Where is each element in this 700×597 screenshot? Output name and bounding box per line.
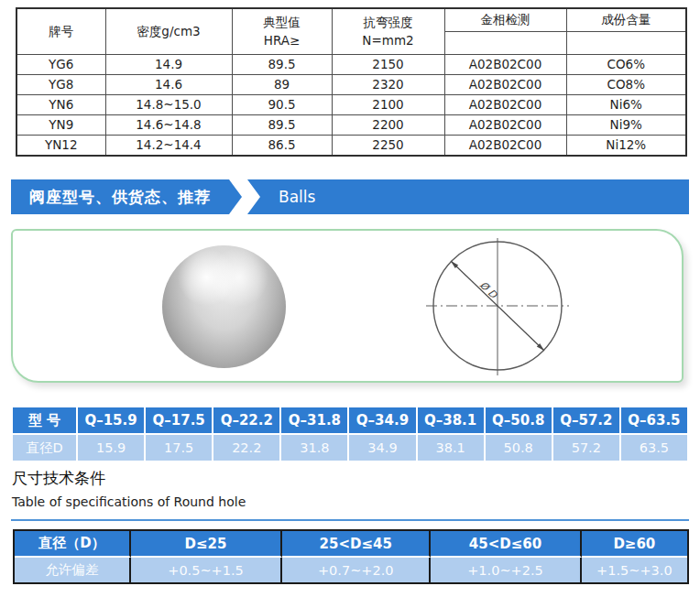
range-cell: 25<D≤45 (282, 531, 431, 558)
diameter-cell: 22.2 (213, 434, 280, 461)
grade-cell: YN6 (16, 95, 105, 115)
header-typical-value: 典型值 HRA≥ (232, 8, 332, 55)
tolerance-value-row: 允许偏差 +0.5~+1.5 +0.7~+2.0 +1.0~+2.5 +1.5~… (15, 558, 687, 582)
density-cell: 14.8~15.0 (105, 95, 232, 115)
hardness-cell: 89 (232, 75, 332, 95)
diameter-cell: 57.2 (552, 434, 620, 461)
diameter-cell: 15.9 (77, 434, 145, 461)
diameter-cell: 34.9 (348, 434, 416, 461)
carbide-grade-spec-table: 牌号 密度g/cm3 典型值 HRA≥ 抗弯强度 N=mm2 金相检测 成份含量… (16, 7, 687, 157)
strength-cell: 2250 (332, 136, 444, 157)
range-cell: D≤25 (131, 531, 282, 558)
tolerance-cell: +1.0~+2.5 (431, 558, 581, 582)
grade-cell: YG6 (16, 55, 105, 75)
table-row: YG6 14.9 89.5 2150 A02B02C00 CO6% (16, 55, 686, 75)
tolerance-cell: +0.5~+1.5 (131, 558, 282, 582)
spec-header-row: 牌号 密度g/cm3 典型值 HRA≥ 抗弯强度 N=mm2 金相检测 成份含量 (16, 8, 686, 32)
hardness-cell: 89.5 (232, 55, 332, 75)
table-row: YN6 14.8~15.0 90.5 2100 A02B02C00 Ni6% (16, 95, 686, 115)
diameter-row-label: 直径D (12, 434, 77, 461)
header-typical-line2: HRA≥ (233, 32, 332, 50)
tolerance-cell: +0.7~+2.0 (282, 558, 431, 582)
header-metallographic: 金相检测 (444, 8, 566, 32)
grade-cell: YG8 (16, 75, 105, 95)
diameter-tolerance-table: 直径（D） D≤25 25<D≤45 45<D≤60 D≥60 允许偏差 +0.… (13, 529, 689, 584)
model-cell: Q–31.8 (280, 407, 348, 434)
model-header-row: 型 号 Q–15.9 Q–17.5 Q–22.2 Q–31.8 Q–34.9 Q… (12, 407, 688, 434)
density-cell: 14.6 (105, 75, 232, 95)
diameter-cell: 38.1 (417, 434, 485, 461)
model-cell: Q–15.9 (77, 407, 145, 434)
model-cell: Q–57.2 (552, 407, 620, 434)
model-cell: Q–22.2 (213, 407, 280, 434)
tolerance-header-label: 直径（D） (15, 531, 131, 558)
diameter-cell: 63.5 (620, 434, 688, 461)
range-cell: 45<D≤60 (431, 531, 581, 558)
banner-label: Balls (279, 188, 315, 206)
header-density: 密度g/cm3 (105, 8, 232, 55)
banner-title-segment: 阀座型号、供货态、推荐 (11, 179, 242, 214)
composition-cell: Ni6% (566, 95, 686, 115)
model-cell: Q–63.5 (620, 407, 688, 434)
model-cell: Q–38.1 (417, 407, 485, 434)
tolerance-row-label: 允许偏差 (15, 558, 131, 582)
empty-cell (444, 32, 566, 55)
hardness-cell: 90.5 (232, 95, 332, 115)
diameter-cell: 31.8 (280, 434, 348, 461)
range-cell: D≥60 (582, 531, 687, 558)
table-row: YN9 14.6~14.8 89.5 2200 A02B02C00 Ni9% (16, 115, 686, 136)
header-composition: 成份含量 (566, 8, 686, 32)
banner-label-segment: Balls (247, 179, 689, 214)
size-spec-title-cn: 尺寸技术条件 (12, 468, 105, 489)
composition-cell: Ni9% (566, 115, 686, 136)
header-strength-line1: 抗弯强度 (333, 14, 444, 32)
strength-cell: 2150 (332, 55, 444, 75)
density-cell: 14.2~14.4 (105, 136, 232, 157)
density-cell: 14.6~14.8 (105, 115, 232, 136)
strength-cell: 2100 (332, 95, 444, 115)
carbide-ball-image (162, 245, 286, 368)
tolerance-cell: +1.5~+3.0 (582, 558, 687, 582)
header-bending-strength: 抗弯强度 N=mm2 (332, 8, 444, 55)
metallographic-cell: A02B02C00 (444, 115, 566, 136)
banner-title: 阀座型号、供货态、推荐 (29, 187, 211, 208)
tolerance-header-row: 直径（D） D≤25 25<D≤45 45<D≤60 D≥60 (15, 531, 687, 558)
composition-cell: CO6% (566, 55, 686, 75)
ball-model-table: 型 号 Q–15.9 Q–17.5 Q–22.2 Q–31.8 Q–34.9 Q… (11, 406, 689, 462)
empty-cell (566, 32, 686, 55)
strength-cell: 2200 (332, 115, 444, 136)
model-cell: Q–34.9 (348, 407, 416, 434)
hardness-cell: 86.5 (232, 136, 332, 157)
product-image-panel: Ø D (11, 229, 684, 383)
metallographic-cell: A02B02C00 (444, 136, 566, 157)
metallographic-cell: A02B02C00 (444, 75, 566, 95)
section-banner: 阀座型号、供货态、推荐 Balls (11, 179, 689, 214)
divider-rule (11, 519, 689, 521)
composition-cell: CO8% (566, 75, 686, 95)
table-row: YG8 14.6 89 2320 A02B02C00 CO8% (16, 75, 686, 95)
model-cell: Q–50.8 (485, 407, 552, 434)
ball-diameter-drawing: Ø D (419, 236, 584, 379)
hardness-cell: 89.5 (232, 115, 332, 136)
metallographic-cell: A02B02C00 (444, 95, 566, 115)
diameter-row: 直径D 15.9 17.5 22.2 31.8 34.9 38.1 50.8 5… (12, 434, 688, 461)
model-header-label: 型 号 (12, 407, 77, 434)
strength-cell: 2320 (332, 75, 444, 95)
diameter-label: Ø D (477, 279, 500, 302)
composition-cell: Ni12% (566, 136, 686, 157)
table-row: YN12 14.2~14.4 86.5 2250 A02B02C00 Ni12% (16, 136, 686, 157)
header-typical-line1: 典型值 (233, 14, 332, 32)
model-cell: Q–17.5 (145, 407, 213, 434)
diameter-cell: 50.8 (485, 434, 552, 461)
diameter-cell: 17.5 (145, 434, 213, 461)
grade-cell: YN9 (16, 115, 105, 136)
density-cell: 14.9 (105, 55, 232, 75)
size-spec-title-en: Table of specifications of Round hole (12, 494, 246, 509)
header-strength-line2: N=mm2 (333, 32, 444, 50)
grade-cell: YN12 (16, 136, 105, 157)
metallographic-cell: A02B02C00 (444, 55, 566, 75)
header-grade: 牌号 (16, 8, 105, 55)
